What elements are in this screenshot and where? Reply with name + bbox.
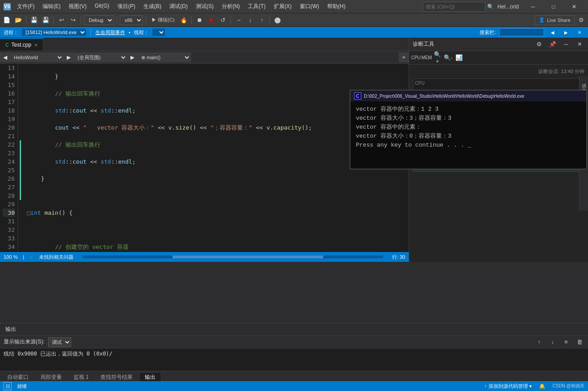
breakpoint-button[interactable]: ⬤ <box>272 15 282 25</box>
change-indicator <box>20 140 21 200</box>
diag-close-button[interactable]: ✕ <box>575 39 584 49</box>
settings-button[interactable]: ⚙ <box>576 15 586 25</box>
code-line-15: std::cout << std::endl; <box>27 106 405 115</box>
diagnostics-title: 诊断工具 <box>413 40 434 48</box>
menu-edit[interactable]: 编辑(E) <box>39 1 64 12</box>
tab-close-button[interactable]: ✕ <box>34 43 38 48</box>
menu-view[interactable]: 视图(V) <box>65 1 90 12</box>
output-source-selector[interactable]: 调试 <box>48 337 71 347</box>
diag-zoom-out[interactable]: 🔍- <box>443 53 453 63</box>
thread-sep: • <box>129 30 130 35</box>
global-search-input[interactable] <box>423 2 485 12</box>
console-icon: C <box>354 92 361 100</box>
output-wrap-button[interactable]: ≡ <box>561 337 571 347</box>
menu-git[interactable]: Git(G) <box>91 1 113 12</box>
scrollbar-thumb <box>173 256 323 258</box>
menu-project[interactable]: 项目(P) <box>114 1 139 12</box>
code-line-21: □int main() { <box>27 209 405 217</box>
thread-selector[interactable] <box>152 29 165 36</box>
output-clear-button[interactable]: 🗑 <box>575 337 584 347</box>
brand-label: CSDN @韩骁亮 <box>553 383 584 389</box>
zoom-level[interactable]: 100 % <box>4 254 17 260</box>
live-share-icon: 👤 <box>539 17 545 23</box>
console-title: D:\002_Project\006_Visual_Studio\HelloWo… <box>364 94 524 99</box>
minimize-button[interactable]: ─ <box>523 0 543 13</box>
menu-window[interactable]: 窗口(W) <box>296 1 323 12</box>
no-issues-icon: ✓ <box>30 254 34 260</box>
fire-button[interactable]: 🔥 <box>179 15 189 25</box>
diag-settings-button[interactable]: ⚙ <box>534 39 544 49</box>
diag-zoom-in[interactable]: 🔍+ <box>432 53 442 63</box>
config-dropdown[interactable]: Debug <box>84 15 114 25</box>
console-line-5: Press any key to continue . . . _ <box>356 141 581 150</box>
code-editor[interactable]: 13 14 15 16 17 18 19 20 21 22 23 24 25 2… <box>0 64 409 252</box>
editor-tab-testcpp[interactable]: C Test.cpp ✕ <box>0 38 43 51</box>
diag-pin-button[interactable]: 📌 <box>548 39 558 49</box>
output-title: 输出 <box>5 326 16 333</box>
nav-prev-button[interactable]: ◀ <box>0 52 10 62</box>
close-search-button[interactable]: ✕ <box>575 27 584 37</box>
menu-debug[interactable]: 调试(D) <box>166 1 191 12</box>
save-all-button[interactable]: 💾 <box>41 15 51 25</box>
diag-minimize-button[interactable]: ─ <box>561 39 571 49</box>
console-line-2: vector 容器大小：3；容器容量：3 <box>356 114 581 123</box>
step-over-button[interactable]: → <box>233 15 243 25</box>
new-file-button[interactable]: 📄 <box>2 15 12 25</box>
step-out-button[interactable]: ↑ <box>257 15 267 25</box>
redo-button[interactable]: ↪ <box>68 15 78 25</box>
editor-nav-bar: ◀ HelloWorld ▶ (全局范围) ▶ ⊕ main() + <box>0 51 409 64</box>
method-selector[interactable]: ⊕ main() <box>137 52 191 62</box>
menu-test[interactable]: 测试(S) <box>192 1 217 12</box>
menu-file[interactable]: 文件(F) <box>13 1 38 12</box>
editor-tab-bar: C Test.cpp ✕ <box>0 38 409 51</box>
title-bar: VS 文件(F) 编辑(E) 视图(V) Git(G) 项目(P) 生成(B) … <box>0 0 588 13</box>
diag-mem-button[interactable]: MEM <box>422 53 432 63</box>
menu-build[interactable]: 生成(B) <box>140 1 165 12</box>
step-into-button[interactable]: ↓ <box>245 15 255 25</box>
right-panel-tab-1[interactable]: 调试 <box>580 78 588 82</box>
search-icon: 🔍 <box>487 4 494 10</box>
open-file-button[interactable]: 📂 <box>13 15 23 25</box>
toolbar-separator-1 <box>26 16 26 24</box>
save-button[interactable]: 💾 <box>29 15 39 25</box>
status-left: ⊡ 就绪 <box>4 382 27 390</box>
record-button[interactable]: ⏺ <box>195 15 204 25</box>
menu-tools[interactable]: 工具(T) <box>244 1 269 12</box>
diag-cpu-button[interactable]: CPU <box>411 53 421 63</box>
scope-selector[interactable]: HelloWorld <box>10 52 64 62</box>
close-button[interactable]: ✕ <box>564 0 584 13</box>
platform-dropdown[interactable]: x86 <box>120 15 143 25</box>
restart-button[interactable]: ↺ <box>218 15 228 25</box>
process-sep <box>91 28 91 36</box>
maximize-button[interactable]: □ <box>543 0 564 13</box>
nav-next-button[interactable]: ▶ <box>64 52 74 62</box>
source-control-button[interactable]: ↑ 添加到源代码管理 ▾ <box>484 383 532 390</box>
undo-button[interactable]: ↩ <box>56 15 66 25</box>
stop-button[interactable]: ■ <box>206 15 216 25</box>
process-selector[interactable]: [15812] HelloWorld.exe <box>22 29 86 36</box>
output-up-button[interactable]: ↑ <box>534 337 544 347</box>
continue-button[interactable]: ▶ 继续(C) <box>149 15 177 25</box>
diagnostics-header: 诊断工具 ⚙ 📌 ─ ✕ <box>409 38 588 51</box>
live-share-button[interactable]: 👤 Live Share <box>535 15 575 25</box>
add-nav-button[interactable]: + <box>399 52 409 62</box>
process-search-input[interactable] <box>499 28 544 36</box>
toolbar-separator-4 <box>117 16 117 24</box>
menu-extensions[interactable]: 扩展(X) <box>270 1 295 12</box>
window-title: Hel...orld <box>497 4 519 10</box>
menu-bar: 文件(F) 编辑(E) 视图(V) Git(G) 项目(P) 生成(B) 调试(… <box>13 1 423 12</box>
right-panel-tab-2[interactable]: 工具箱 <box>580 83 588 87</box>
console-window: C D:\002_Project\006_Visual_Studio\Hello… <box>350 90 587 169</box>
menu-analyze[interactable]: 分析(N) <box>218 1 244 12</box>
prev-result-button[interactable]: ◀ <box>548 27 558 37</box>
diag-chart-button[interactable]: 📊 <box>454 53 464 63</box>
diagnostics-time: 诊断会话: 13:40 分钟 <box>538 68 584 75</box>
nav-scope-button[interactable]: ▶ <box>127 52 137 62</box>
output-down-button[interactable]: ↓ <box>548 337 558 347</box>
function-selector[interactable]: (全局范围) <box>74 52 127 62</box>
menu-help[interactable]: 帮助(H) <box>324 1 349 12</box>
notification-bell[interactable]: 🔔 <box>539 383 545 389</box>
next-result-button[interactable]: ▶ <box>561 27 571 37</box>
main-toolbar: 📄 📂 💾 💾 ↩ ↪ Debug x86 ▶ 继续(C) 🔥 ⏺ ■ ↺ → … <box>0 13 588 27</box>
output-line-1: 线结 0x9000 已运出，返回值为 0 (0x0)/ <box>4 350 584 358</box>
